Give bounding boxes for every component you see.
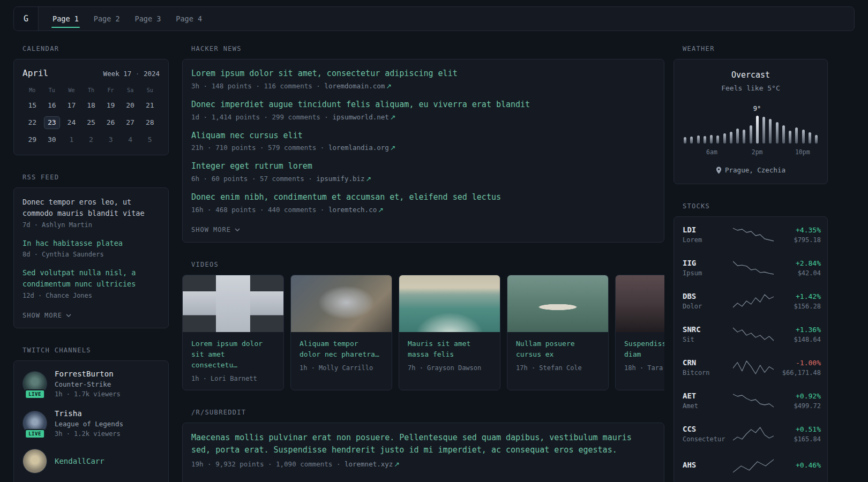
stock-symbol[interactable]: CRN bbox=[683, 358, 733, 367]
video-thumbnail[interactable] bbox=[183, 275, 283, 332]
stock-symbol[interactable]: CCS bbox=[683, 425, 733, 433]
subreddit-post-title[interactable]: Maecenas mollis pulvinar erat non posuer… bbox=[191, 432, 655, 457]
calendar-day[interactable]: 25 bbox=[83, 116, 99, 129]
twitch-channel[interactable]: KendallCarr bbox=[23, 449, 160, 473]
stock-id: AET Amet bbox=[683, 391, 733, 410]
rss-show-more-button[interactable]: SHOW MORE bbox=[23, 312, 71, 319]
video-thumbnail[interactable] bbox=[291, 275, 392, 332]
stock-row[interactable]: CCS Consectetur +0.51% $165.84 bbox=[683, 425, 819, 443]
hn-item-title[interactable]: Donec enim nibh, condimentum et accumsan… bbox=[191, 192, 655, 204]
video-thumbnail[interactable] bbox=[616, 275, 664, 332]
live-badge: LIVE bbox=[25, 389, 45, 399]
calendar-day[interactable]: 20 bbox=[122, 99, 138, 112]
stock-symbol[interactable]: LDI bbox=[683, 225, 733, 234]
tab-page-3[interactable]: Page 3 bbox=[128, 7, 169, 31]
video-card[interactable]: Aliquam tempor dolor nec pharetra… 1h · … bbox=[290, 275, 392, 390]
hn-item-domain[interactable]: loremtech.co bbox=[328, 206, 377, 214]
stock-symbol[interactable]: DBS bbox=[683, 292, 733, 300]
calendar-widget: CALENDAR April Week 17 · 2024 Mo Tu We T… bbox=[13, 45, 169, 155]
hn-item: Aliquam nec cursus elit 21h · 710 points… bbox=[191, 130, 655, 152]
stock-row[interactable]: SNRC Sit +1.36% $148.64 bbox=[683, 325, 819, 343]
stock-sparkline bbox=[733, 260, 774, 276]
calendar-day[interactable]: 27 bbox=[122, 116, 138, 129]
subreddit-widget-label: /R/SUBREDDIT bbox=[182, 409, 664, 416]
calendar-day[interactable]: 15 bbox=[24, 99, 40, 112]
calendar-day-next-month[interactable]: 5 bbox=[142, 133, 158, 146]
hn-item-domain[interactable]: loremdomain.com bbox=[324, 82, 385, 90]
channel-name[interactable]: Trisha bbox=[55, 409, 123, 418]
hn-show-more-button[interactable]: SHOW MORE bbox=[191, 226, 240, 234]
video-meta: 17h · Stefan Cole bbox=[516, 364, 600, 372]
calendar-day[interactable]: 30 bbox=[44, 133, 60, 146]
stock-row[interactable]: AHS +0.46% bbox=[683, 458, 819, 474]
calendar-day[interactable]: 17 bbox=[63, 99, 79, 112]
stock-symbol[interactable]: IIG bbox=[683, 259, 733, 267]
tab-page-4[interactable]: Page 4 bbox=[168, 7, 209, 31]
stock-row[interactable]: IIG Ipsum +2.84% $42.04 bbox=[683, 259, 819, 277]
calendar-day[interactable]: 29 bbox=[24, 133, 40, 146]
calendar-day[interactable]: 26 bbox=[103, 116, 119, 129]
weather-location[interactable]: Prague, Czechia bbox=[683, 166, 819, 174]
app-logo[interactable]: G bbox=[14, 7, 39, 31]
stock-row[interactable]: DBS Dolor +1.42% $156.28 bbox=[683, 292, 819, 310]
hn-item-title[interactable]: Lorem ipsum dolor sit amet, consectetur … bbox=[191, 68, 655, 80]
calendar-day-next-month[interactable]: 1 bbox=[63, 133, 79, 146]
video-title[interactable]: Nullam posuere cursus ex bbox=[516, 338, 600, 360]
stock-row[interactable]: LDI Lorem +4.35% $795.18 bbox=[683, 225, 819, 244]
calendar-day[interactable]: 16 bbox=[44, 99, 60, 112]
calendar-day[interactable]: 28 bbox=[142, 116, 158, 129]
video-title[interactable]: Suspendisse diam bbox=[624, 338, 664, 360]
twitch-channel[interactable]: LIVE ForrestBurton Counter-Strike 1h · 1… bbox=[23, 370, 160, 398]
video-title[interactable]: Mauris sit amet massa felis bbox=[408, 338, 491, 360]
calendar-day[interactable]: 18 bbox=[83, 99, 99, 112]
weather-location-label: Prague, Czechia bbox=[725, 166, 785, 174]
subreddit-post-domain[interactable]: loremnet.xyz bbox=[345, 460, 393, 468]
weather-bar bbox=[815, 135, 818, 144]
stock-name: Bitcorn bbox=[683, 369, 733, 376]
tab-page-2[interactable]: Page 2 bbox=[86, 7, 128, 31]
hn-item-domain[interactable]: loremlandia.org bbox=[328, 144, 389, 152]
video-thumbnail[interactable] bbox=[399, 275, 500, 332]
hn-item-domain[interactable]: ipsumify.biz bbox=[316, 175, 364, 183]
rss-item-title[interactable]: In hac habitasse platea bbox=[23, 238, 160, 249]
calendar-day[interactable]: 22 bbox=[24, 116, 40, 129]
channel-name[interactable]: ForrestBurton bbox=[55, 370, 121, 378]
dashboard: CALENDAR April Week 17 · 2024 Mo Tu We T… bbox=[0, 31, 868, 482]
avatar: LIVE bbox=[23, 371, 47, 396]
video-title[interactable]: Aliquam tempor dolor nec pharetra… bbox=[300, 338, 383, 360]
calendar-day[interactable]: 19 bbox=[103, 99, 119, 112]
hn-item-title[interactable]: Aliquam nec cursus elit bbox=[191, 130, 655, 142]
stock-symbol[interactable]: AET bbox=[683, 391, 733, 400]
stock-change: -1.00% bbox=[774, 359, 821, 367]
video-title[interactable]: Lorem ipsum dolor sit amet consectetu… bbox=[191, 338, 275, 371]
video-card[interactable]: Suspendisse diam 18h · Tara bbox=[615, 275, 664, 390]
stock-symbol[interactable]: SNRC bbox=[683, 325, 733, 334]
calendar-day-next-month[interactable]: 4 bbox=[122, 133, 138, 146]
calendar-day-next-month[interactable]: 3 bbox=[103, 133, 119, 146]
video-thumbnail[interactable] bbox=[507, 275, 608, 332]
calendar-day[interactable]: 24 bbox=[63, 116, 79, 129]
channel-name[interactable]: KendallCarr bbox=[55, 457, 104, 465]
tab-page-1[interactable]: Page 1 bbox=[45, 7, 86, 31]
weather-bar bbox=[769, 119, 772, 144]
calendar-day-selected[interactable]: 23 bbox=[44, 116, 60, 129]
stock-row[interactable]: AET Amet +0.92% $499.72 bbox=[683, 391, 819, 410]
channel-category[interactable]: League of Legends bbox=[55, 420, 123, 428]
hn-item-title[interactable]: Integer eget rutrum lorem bbox=[191, 161, 655, 172]
rss-item-title[interactable]: Donec tempor eros leo, ut commodo mauris… bbox=[23, 197, 160, 220]
calendar-day-next-month[interactable]: 2 bbox=[83, 133, 99, 146]
video-card[interactable]: Mauris sit amet massa felis 7h · Grayson… bbox=[399, 275, 500, 390]
stock-values: +0.92% $499.72 bbox=[774, 392, 821, 410]
twitch-channel[interactable]: LIVE Trisha League of Legends 3h · 1.2k … bbox=[23, 409, 160, 438]
weekday-label: Sa bbox=[121, 86, 140, 95]
rss-item-title[interactable]: Sed volutpat nulla nisl, a condimentum n… bbox=[23, 267, 160, 290]
video-card[interactable]: Nullam posuere cursus ex 17h · Stefan Co… bbox=[507, 275, 609, 390]
video-card[interactable]: Lorem ipsum dolor sit amet consectetu… 1… bbox=[182, 275, 284, 390]
stock-row[interactable]: CRN Bitcorn -1.00% $66,171.48 bbox=[683, 358, 819, 376]
calendar-day[interactable]: 21 bbox=[142, 99, 158, 112]
channel-category[interactable]: Counter-Strike bbox=[55, 380, 121, 388]
calendar-widget-label: CALENDAR bbox=[13, 45, 169, 52]
stock-symbol[interactable]: AHS bbox=[683, 461, 733, 469]
hn-item-domain[interactable]: ipsumworld.net bbox=[332, 113, 388, 121]
hn-item-title[interactable]: Donec imperdiet augue tincidunt felis al… bbox=[191, 99, 655, 111]
